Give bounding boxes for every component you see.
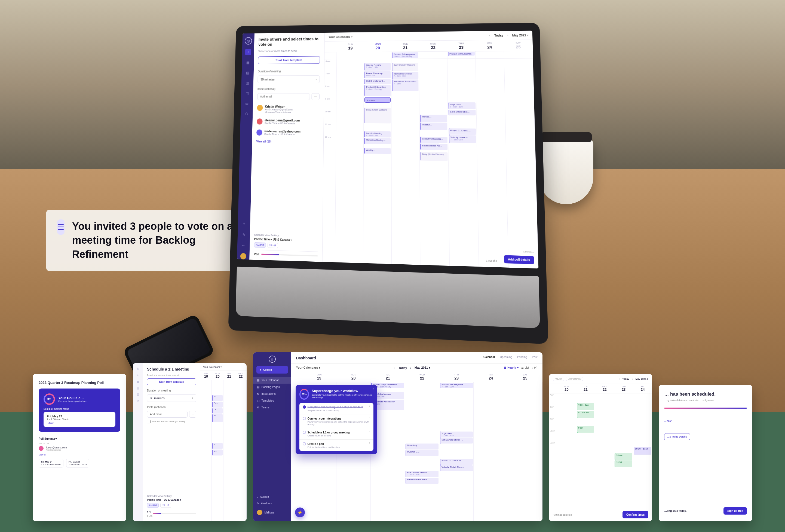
month-picker[interactable]: May 2021 ▾ xyxy=(414,366,430,370)
calendar-event[interactable]: Busy (Kristin Watson) xyxy=(420,152,448,161)
rail-doc-icon[interactable]: ▥ xyxy=(245,80,250,86)
next-week-button[interactable]: › xyxy=(632,378,633,380)
day-header[interactable]: TUE21 xyxy=(371,372,405,382)
next-week-button[interactable]: › xyxy=(507,34,508,37)
day-column[interactable]: 11 am11:30 xyxy=(614,394,633,508)
tab-pending[interactable]: Pending xyxy=(517,356,527,360)
day-header[interactable]: TUE21 xyxy=(576,384,595,393)
cvs-timezone[interactable]: Pacific Time – US & Canada ▾ xyxy=(254,237,318,242)
day-column[interactable]: Busy (Kristin Watson)TechSales Meetup7 –… xyxy=(391,59,421,264)
next-week-button[interactable]: › xyxy=(410,366,411,370)
calendar-event[interactable]: Eat a whole lobst… xyxy=(448,110,476,116)
time-slot[interactable]: 8 – 8:30am xyxy=(577,411,594,418)
lightning-fab[interactable]: ⚡ xyxy=(295,507,305,517)
day-header[interactable]: WED22 xyxy=(235,371,246,380)
day-header[interactable]: FRI24 xyxy=(475,40,504,51)
add-poll-details-button[interactable]: Add poll details xyxy=(504,255,534,264)
filter-button[interactable]: ⫶ (4) xyxy=(532,366,537,369)
day-column[interactable] xyxy=(508,389,542,521)
day-header[interactable]: MON20 xyxy=(364,41,391,52)
day-header[interactable]: WED22 xyxy=(405,372,439,382)
calendar-event[interactable]: Marketing xyxy=(406,444,438,450)
calendar-event[interactable]: Innovators' Association7 – 8am xyxy=(392,79,419,91)
calendar-event[interactable]: In… xyxy=(212,443,222,449)
day-header[interactable]: MON20 xyxy=(212,371,223,380)
rail-more-icon[interactable]: ⋯ xyxy=(240,242,247,249)
day-column[interactable] xyxy=(200,380,212,521)
tab-past[interactable]: Past xyxy=(532,356,538,360)
start-from-template-button[interactable]: Start from template xyxy=(147,378,196,385)
calendar-event[interactable]: CI/… xyxy=(212,408,222,413)
day-column[interactable] xyxy=(476,58,508,268)
allday-event[interactable]: Product Extravaganza12am – 12pm All Day xyxy=(392,52,419,58)
your-calendars-dropdown[interactable]: Your Calendars ▾ xyxy=(296,366,321,370)
day-header[interactable]: THU23 xyxy=(447,40,476,51)
day-header[interactable]: WED22 xyxy=(595,384,614,393)
day-column[interactable] xyxy=(557,394,576,508)
rail-help-icon[interactable]: ? xyxy=(241,221,247,227)
day-column[interactable]: Yoga class7 – 8am · 30mEat a whole lobst… xyxy=(439,389,474,521)
month-picker[interactable]: May 2021 ▾ xyxy=(636,378,649,380)
rail-feedback-icon[interactable]: ✎ xyxy=(241,231,247,238)
calendar-event[interactable]: Investor Meeting7 – 8am · 30m xyxy=(364,131,390,138)
onboarding-item[interactable]: Connect your integrations › Power-up you… xyxy=(299,414,374,428)
today-button[interactable]: Today xyxy=(622,378,629,380)
prev-week-button[interactable]: ‹ xyxy=(489,34,490,37)
month-picker[interactable]: May 2021 ▾ xyxy=(512,33,529,37)
view-all-link[interactable]: View all xyxy=(39,454,120,456)
view-list[interactable]: ☰ List xyxy=(521,366,529,369)
day-header[interactable]: FRI24 xyxy=(474,372,508,382)
nav-support[interactable]: ? Support xyxy=(253,493,291,500)
your-calendars-dropdown[interactable]: Your Calendars▾ xyxy=(329,35,353,39)
rail-pages-icon[interactable]: ▤ xyxy=(245,70,251,76)
nav-booking-pages[interactable]: ▤ Booking Pages xyxy=(253,384,291,390)
time-slot[interactable]: 9 am xyxy=(577,426,594,433)
poll-slot[interactable]: Fri, May 247 – 7:30 am · 30 min xyxy=(39,459,64,467)
day-header[interactable]: TUE21 xyxy=(224,371,235,380)
calendar-event[interactable]: Baseball Base An… xyxy=(420,144,448,150)
calendar-event[interactable]: 7 – 8am xyxy=(364,97,391,103)
day-column[interactable]: Weekly Review7 – 8am · 30mFuture Roadmap… xyxy=(363,59,392,264)
time-slot[interactable]: 11 am xyxy=(615,453,632,460)
invite-email-input[interactable] xyxy=(257,93,310,100)
day-column[interactable] xyxy=(335,59,364,263)
day-column[interactable] xyxy=(235,380,246,521)
start-from-template-button[interactable]: Start from template xyxy=(258,56,320,64)
nav-integrations[interactable]: ⚙ Integrations xyxy=(253,390,291,397)
calendar-event[interactable]: Marketi… xyxy=(420,115,447,122)
time-slot[interactable]: 11:30 xyxy=(615,460,632,467)
calendar-event[interactable]: Executive Roundta… xyxy=(420,137,447,143)
day-header[interactable]: FRI24 xyxy=(633,384,652,393)
calendar-event[interactable]: Investor… xyxy=(420,123,447,130)
calendar-event[interactable]: Busy (Kristin Watson) xyxy=(392,63,419,71)
invite-more-button[interactable]: ⋯ xyxy=(311,93,320,100)
day-header[interactable]: SAT25 xyxy=(508,372,542,382)
calendar-link[interactable]: …ndar xyxy=(664,420,747,422)
day-column[interactable] xyxy=(504,58,538,269)
calendar-event[interactable]: Executive Roundtab…7 – 8am · 30m xyxy=(406,471,438,477)
nav-your-calendar[interactable]: ▦ Your Calendar xyxy=(253,377,291,384)
name-only-checkbox[interactable]: Use first and last name (no email) xyxy=(147,420,196,423)
invite-more-button[interactable]: ⋯ xyxy=(189,411,196,417)
calendar-event[interactable]: Marketing Strateg… xyxy=(364,138,390,144)
view-all-link[interactable]: View all (10) xyxy=(256,140,319,143)
day-column[interactable]: 7:30 – 8am8 – 8:30am9 am xyxy=(576,394,595,508)
calendar-event[interactable]: Product Onboarding7 – 8am · Pending xyxy=(364,85,391,96)
create-button[interactable]: ＋ Create xyxy=(256,366,288,374)
invite-details-button[interactable]: …g Invite Details xyxy=(664,433,690,440)
day-column[interactable]: W…Fu…CI/…Pr…In…M… xyxy=(212,380,223,521)
onboarding-item[interactable]: Schedule a 1:1 or group meeting › Create… xyxy=(299,428,374,440)
tab-calendar[interactable]: Calendar xyxy=(483,356,495,360)
day-header[interactable]: SAT25 xyxy=(504,40,533,51)
rail-teams-icon[interactable]: ⚇ xyxy=(137,399,139,402)
calendar-event[interactable]: W… xyxy=(212,395,222,401)
signup-button[interactable]: Sign up free xyxy=(724,507,747,514)
calendar-event[interactable]: Weekly… xyxy=(364,148,391,154)
day-column[interactable]: Marketi…Investor…Executive Roundta…Baseb… xyxy=(419,59,449,266)
allday-event[interactable]: Product Extravaganza7 – 8am · 30m xyxy=(440,383,473,388)
onboarding-item[interactable]: Create a poll › Poll for the best time a… xyxy=(299,440,374,451)
duration-select[interactable]: 30 minutes▾ xyxy=(147,394,196,402)
tab-upcoming[interactable]: Upcoming xyxy=(500,356,512,360)
calendar-event[interactable]: Investor M… xyxy=(406,450,438,456)
day-column[interactable] xyxy=(474,389,508,521)
